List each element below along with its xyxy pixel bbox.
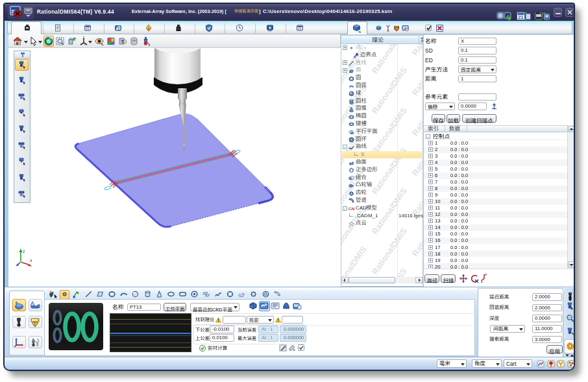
svg-text:21: 21 bbox=[518, 14, 523, 20]
svg-text:CAD: CAD bbox=[349, 207, 354, 211]
svg-text:x: x bbox=[30, 258, 32, 263]
svg-text:z: z bbox=[23, 249, 25, 254]
svg-text:T: T bbox=[121, 39, 125, 45]
